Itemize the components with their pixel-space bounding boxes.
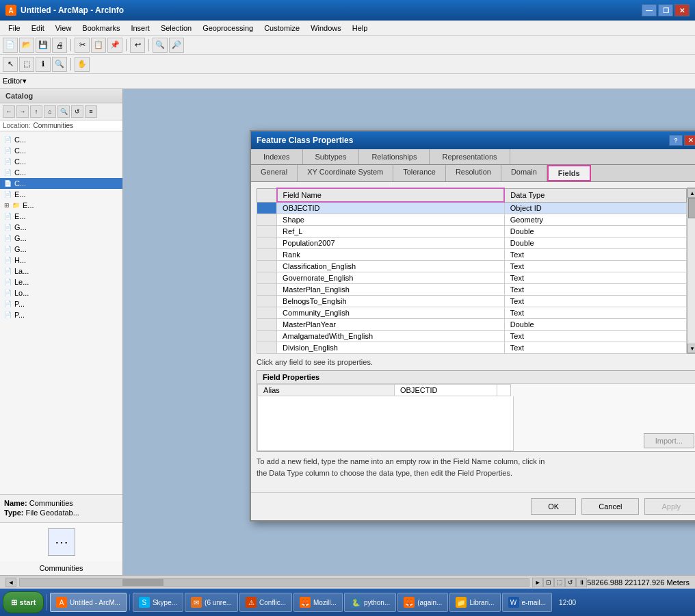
table-row[interactable]: BelnogsTo_EnglsihText — [257, 296, 687, 307]
tree-item-g2[interactable]: 📄 G... — [0, 233, 122, 244]
copy-btn[interactable]: 📋 — [91, 38, 106, 53]
table-row[interactable]: OBJECTIDObject ID — [257, 202, 687, 214]
tree-item-la[interactable]: 📄 La... — [0, 266, 122, 277]
zoom-in-btn[interactable]: 🔍 — [153, 38, 168, 53]
alias-expand[interactable] — [497, 385, 511, 396]
save-btn[interactable]: 💾 — [36, 38, 51, 53]
cat-search[interactable]: 🔍 — [57, 105, 70, 118]
alias-value[interactable]: OBJECTID — [395, 385, 497, 396]
data-type-cell[interactable]: Double — [504, 226, 686, 238]
table-row[interactable]: RankText — [257, 249, 687, 261]
map-view-btn[interactable]: ⊡ — [543, 578, 554, 587]
tree-item-h[interactable]: 📄 H... — [0, 255, 122, 266]
tab-xy-coord[interactable]: XY Coordinate System — [298, 165, 393, 181]
table-row[interactable]: Ref_LDouble — [257, 226, 687, 238]
row-selector-cell[interactable] — [257, 238, 277, 249]
data-type-cell[interactable]: Text — [504, 272, 686, 284]
dialog-close-btn[interactable]: ✕ — [684, 135, 695, 146]
field-name-cell[interactable]: Governorate_English — [277, 272, 505, 284]
field-name-cell[interactable]: Shape — [277, 214, 505, 226]
tab-indexes[interactable]: Indexes — [251, 149, 303, 164]
layout-view-btn[interactable]: ⬚ — [554, 578, 565, 587]
taskbar-word[interactable]: W e-mail... — [502, 593, 553, 612]
taskbar-libraries[interactable]: 📁 Librari... — [449, 593, 500, 612]
info-btn[interactable]: ℹ — [36, 57, 51, 72]
table-row[interactable]: Division_EnglishText — [257, 342, 687, 354]
menu-insert[interactable]: Insert — [125, 23, 155, 34]
print-btn[interactable]: 🖨 — [52, 38, 67, 53]
field-name-cell[interactable]: Community_English — [277, 307, 505, 319]
cat-refresh[interactable]: ↺ — [71, 105, 83, 118]
scroll-up[interactable]: ▲ — [687, 188, 695, 198]
data-type-cell[interactable]: Text — [504, 284, 686, 296]
tab-relationships[interactable]: Relationships — [359, 149, 430, 164]
refresh-btn[interactable]: ↺ — [565, 578, 576, 587]
row-selector-cell[interactable] — [257, 261, 277, 272]
tree-item-e2[interactable]: ⊞ 📁 E... — [0, 200, 122, 211]
table-row[interactable]: Community_EnglishText — [257, 307, 687, 319]
start-button[interactable]: ⊞ start — [3, 591, 44, 613]
data-type-cell[interactable]: Text — [504, 331, 686, 342]
pan-btn[interactable]: ✋ — [75, 57, 90, 72]
field-name-cell[interactable]: Ref_L — [277, 226, 505, 238]
select-btn[interactable]: ⬚ — [19, 57, 34, 72]
table-row[interactable]: ShapeGeometry — [257, 214, 687, 226]
field-name-cell[interactable]: Classification_English — [277, 261, 505, 272]
field-name-cell[interactable]: Division_English — [277, 342, 505, 354]
tree-item-c3[interactable]: 📄 C... — [0, 156, 122, 167]
field-name-cell[interactable]: Population2007 — [277, 238, 505, 249]
scroll-horizontal[interactable] — [19, 578, 529, 587]
taskbar-email[interactable]: ✉ (6 unre... — [185, 593, 238, 612]
field-name-cell[interactable]: Rank — [277, 249, 505, 261]
taskbar-python[interactable]: 🐍 python... — [344, 593, 396, 612]
row-selector-cell[interactable] — [257, 296, 277, 307]
taskbar-skype[interactable]: S Skype... — [133, 593, 183, 612]
menu-geoprocessing[interactable]: Geoprocessing — [197, 23, 259, 34]
cut-btn[interactable]: ✂ — [75, 38, 90, 53]
pointer-btn[interactable]: ↖ — [3, 57, 18, 72]
menu-customize[interactable]: Customize — [259, 23, 305, 34]
new-btn[interactable]: 📄 — [3, 38, 18, 53]
cat-forward[interactable]: → — [16, 105, 29, 118]
tab-fields[interactable]: Fields — [547, 165, 591, 181]
paste-btn[interactable]: 📌 — [107, 38, 122, 53]
menu-bookmarks[interactable]: Bookmarks — [77, 23, 125, 34]
tab-resolution[interactable]: Resolution — [446, 165, 501, 181]
scroll-down[interactable]: ▼ — [687, 344, 695, 353]
menu-file[interactable]: File — [3, 23, 26, 34]
close-button[interactable]: ✕ — [674, 4, 690, 16]
tree-item-c1[interactable]: 📄 C... — [0, 134, 122, 145]
data-type-cell[interactable]: Double — [504, 238, 686, 249]
tab-general[interactable]: General — [251, 165, 298, 181]
cat-back[interactable]: ← — [3, 105, 15, 118]
row-selector-cell[interactable] — [257, 226, 277, 238]
taskbar-conflict[interactable]: ⚠ Conflic... — [239, 593, 292, 612]
field-name-cell[interactable]: MasterPlanYear — [277, 319, 505, 331]
restore-button[interactable]: ❐ — [658, 4, 673, 16]
data-type-cell[interactable]: Text — [504, 296, 686, 307]
cancel-button[interactable]: Cancel — [581, 498, 639, 515]
tree-item-communities[interactable]: 📄 C... — [0, 178, 122, 189]
cat-home[interactable]: ⌂ — [44, 105, 56, 118]
tree-item-le[interactable]: 📄 Le... — [0, 277, 122, 287]
menu-edit[interactable]: Edit — [26, 23, 50, 34]
tab-subtypes[interactable]: Subtypes — [303, 149, 360, 164]
tree-item-p1[interactable]: 📄 P... — [0, 298, 122, 309]
open-btn[interactable]: 📂 — [19, 38, 34, 53]
scroll-left[interactable]: ◄ — [5, 578, 16, 587]
tree-item-c4[interactable]: 📄 C... — [0, 167, 122, 178]
fields-scrollbar[interactable]: ▲ ▼ — [687, 188, 695, 354]
apply-button[interactable]: Apply — [644, 498, 695, 515]
menu-selection[interactable]: Selection — [155, 23, 197, 34]
menu-windows[interactable]: Windows — [305, 23, 347, 34]
field-name-cell[interactable]: OBJECTID — [277, 202, 505, 214]
data-type-cell[interactable]: Double — [504, 319, 686, 331]
scroll-thumb[interactable] — [688, 198, 695, 218]
taskbar-firefox2[interactable]: 🦊 (again... — [397, 593, 448, 612]
zoom-out-btn[interactable]: 🔎 — [169, 38, 184, 53]
tree-item-e3[interactable]: 📄 E... — [0, 211, 122, 222]
row-selector-cell[interactable] — [257, 272, 277, 284]
data-type-cell[interactable]: Object ID — [504, 202, 686, 214]
field-name-cell[interactable]: AmalgamatedWith_English — [277, 331, 505, 342]
undo-btn[interactable]: ↩ — [130, 38, 145, 53]
